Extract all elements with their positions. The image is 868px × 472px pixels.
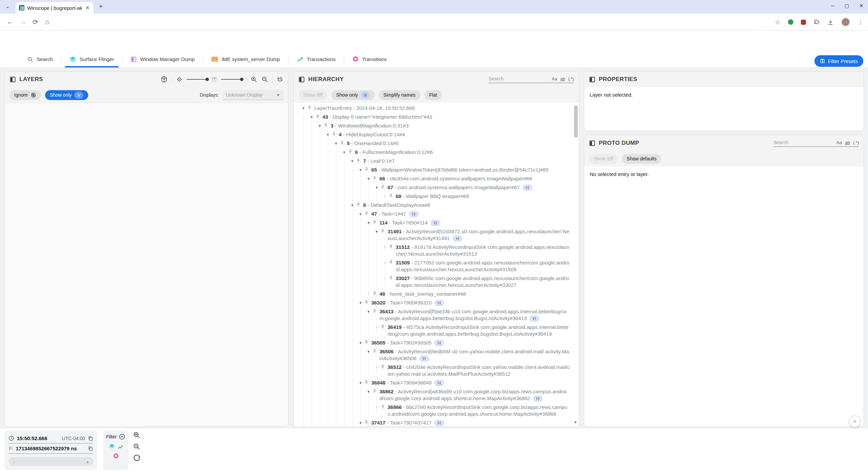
proto-search-input[interactable] [773, 140, 833, 145]
show-only-visible-button[interactable]: Show only V [331, 90, 374, 100]
extension-green-icon[interactable] [788, 19, 793, 25]
show-diff-button[interactable]: Show diff [298, 90, 327, 100]
collapse-panel-icon[interactable] [589, 76, 595, 83]
expand-arrow-icon[interactable]: ▾ [365, 308, 372, 315]
pin-icon[interactable] [380, 324, 386, 330]
tree-node[interactable]: ▾4 - HideDisplayCutout:0:14#4 [294, 131, 579, 138]
timeline-canvas[interactable] [0, 429, 868, 472]
pin-icon[interactable] [315, 114, 321, 120]
tree-node[interactable]: ▾7 - Leaf:0:1#7 [294, 158, 579, 164]
tree-node[interactable]: ▾37417 - Task=7907#37417H [294, 419, 579, 426]
tree-node[interactable]: ▾36413 - ActivityRecord{f5be33b u10 com.… [294, 308, 579, 322]
pin-icon[interactable] [388, 244, 394, 250]
profile-avatar[interactable] [841, 18, 850, 26]
expand-arrow-icon[interactable]: ▾ [357, 339, 364, 346]
simplify-names-button[interactable]: Simplify names [379, 90, 420, 100]
tree-node[interactable]: ▾LayerTraceEntry - 2024-04-18, 15:50:52.… [294, 105, 579, 112]
expand-arrow-icon[interactable]: ▾ [316, 122, 323, 129]
tree-node[interactable]: ●36512 - c04204e ActivityRecordInputSink… [294, 364, 579, 377]
pin-icon[interactable] [356, 202, 362, 208]
tab-window-manager-dump[interactable]: Window Manager Dump [122, 51, 203, 67]
3d-view-icon[interactable] [160, 76, 168, 83]
pin-icon[interactable] [380, 404, 386, 410]
expand-arrow-icon[interactable]: ▾ [349, 202, 356, 209]
pin-icon[interactable] [323, 123, 329, 129]
tree-node[interactable]: ▾6 - FullscreenMagnification:0:12#6 [294, 149, 579, 156]
regex-icon[interactable]: (.*) [568, 76, 574, 81]
ignore-button[interactable]: Ignore [9, 90, 41, 100]
tree-node[interactable]: ▾36862 - ActivityRecord{a836a99 u10 com.… [294, 388, 579, 402]
browser-tab[interactable]: Winscope | bugreport-ak ✕ [16, 2, 94, 14]
expand-arrow-icon[interactable]: ▾ [349, 158, 356, 164]
tree-node[interactable]: ●36419 - 4f275ca ActivityRecordInputSink… [294, 324, 579, 337]
expand-arrow-icon[interactable]: ▾ [308, 114, 315, 120]
expand-arrow-icon[interactable]: ▾ [373, 184, 380, 191]
pin-icon[interactable] [380, 229, 386, 235]
pin-icon[interactable] [380, 184, 386, 191]
match-word-icon[interactable]: ab [560, 76, 565, 81]
regex-icon[interactable]: (.*) [853, 140, 859, 145]
forward-icon[interactable]: → [20, 18, 26, 26]
expand-arrow-icon[interactable]: ▾ [365, 388, 372, 395]
tree-node[interactable]: ▾66 - c6c854e com.android.systemui.wallp… [294, 175, 579, 182]
layers-3d-canvas[interactable] [5, 103, 288, 426]
expand-arrow-icon[interactable]: ▾ [357, 379, 364, 386]
expand-arrow-icon[interactable]: ▾ [324, 131, 331, 138]
tab-transitions[interactable]: Transitions [344, 51, 395, 67]
extension-red-icon[interactable] [801, 20, 806, 25]
tree-node[interactable]: ▾67 - com.android.systemui.wallpapers.Im… [294, 184, 579, 191]
displays-dropdown[interactable]: Unknown Display ▼ [222, 90, 283, 100]
pin-icon[interactable] [364, 380, 370, 386]
pin-icon[interactable] [372, 291, 378, 297]
tree-node[interactable]: ▾5 - OneHanded:0:14#5 [294, 140, 579, 147]
tree-node[interactable]: ▾36505 - Task=7902#36505H [294, 339, 579, 346]
rotation-slider[interactable] [186, 79, 208, 80]
tree-node[interactable]: ▾47 - Task=1#47H [294, 211, 579, 217]
reset-view-icon[interactable] [277, 76, 283, 83]
expand-arrow-icon[interactable]: ▾ [373, 228, 380, 235]
pin-icon[interactable] [348, 149, 354, 155]
tab-close-icon[interactable]: ✕ [85, 5, 90, 11]
tree-node[interactable]: ▾114 - Task=7650#114H [294, 219, 579, 226]
collapse-panel-icon[interactable] [9, 76, 16, 83]
pin-icon[interactable] [372, 176, 378, 182]
match-case-icon[interactable]: Aa [552, 76, 557, 81]
pin-icon[interactable] [372, 220, 378, 226]
extensions-puzzle-icon[interactable] [813, 19, 820, 25]
tab-surface-flinger[interactable]: Surface Flinger [61, 51, 122, 67]
show-defaults-button[interactable]: Show defaults [622, 154, 661, 164]
pin-icon[interactable] [388, 275, 394, 281]
expand-arrow-icon[interactable]: ▾ [357, 211, 364, 217]
tree-node[interactable]: ●31512 - 81917d ActivityRecordInputSink … [294, 244, 579, 257]
tree-node[interactable]: ●48 - home_task_overlay_container#48 [294, 291, 579, 297]
pin-icon[interactable] [307, 105, 313, 111]
tree-node[interactable]: ▾43 - Display 0 name="Integrierter Bilds… [294, 114, 579, 120]
pin-icon[interactable] [331, 132, 337, 138]
reload-icon[interactable]: ⟳ [33, 18, 38, 26]
expand-arrow-icon[interactable]: ▾ [365, 175, 372, 182]
pin-icon[interactable] [339, 140, 346, 146]
tree-node[interactable]: ●68 - Wallpaper BBQ wrapper#68 [294, 193, 579, 200]
spacing-slider[interactable] [221, 79, 242, 80]
zoom-in-icon[interactable] [251, 76, 257, 83]
tab-transactions[interactable]: Transactions [289, 51, 344, 67]
expand-arrow-icon[interactable]: ▾ [357, 419, 364, 426]
tree-node[interactable]: ▾36320 - Task=7900#36320H [294, 299, 579, 306]
zoom-out-icon[interactable] [261, 76, 268, 83]
downloads-icon[interactable] [827, 19, 834, 25]
back-icon[interactable]: ← [7, 18, 14, 26]
pin-icon[interactable] [364, 420, 370, 426]
expand-arrow-icon[interactable]: ▾ [357, 299, 364, 306]
tree-node[interactable]: ▾36848 - Task=7906#36848H [294, 379, 579, 386]
tree-node[interactable]: ●33027 - 90b855c com.google.android.apps… [294, 275, 579, 289]
home-icon[interactable]: ⌂ [45, 18, 50, 26]
expand-timeline-button[interactable] [849, 416, 861, 427]
tree-node[interactable]: ▾8 - DefaultTaskDisplayArea#8 [294, 202, 579, 209]
window-minimize-button[interactable]: ─ [831, 3, 834, 8]
pin-icon[interactable] [364, 167, 370, 173]
expand-arrow-icon[interactable]: ▾ [357, 166, 364, 173]
hierarchy-search-input[interactable] [489, 76, 549, 81]
collapse-panel-icon[interactable] [298, 76, 305, 83]
pin-icon[interactable] [364, 340, 370, 346]
pin-icon[interactable] [388, 193, 394, 199]
